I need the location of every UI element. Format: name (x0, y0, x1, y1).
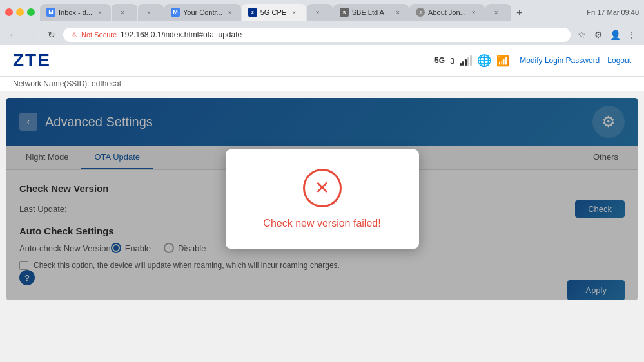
extensions-button[interactable]: ⚙ (591, 28, 605, 42)
datetime-display: Fri 17 Mar 09:40 (581, 8, 639, 16)
network-label: Network Name(SSID): (13, 79, 90, 88)
zte-logo: ZTE (13, 50, 51, 71)
modal-message-prefix: Check new version (263, 218, 353, 229)
tab-close-5gcpe[interactable]: × (289, 8, 298, 17)
browser-tab-blank4[interactable]: × (485, 4, 511, 21)
tab-close-blank2[interactable]: × (144, 8, 153, 17)
browser-tab-sbe[interactable]: S SBE Ltd A... × (333, 4, 409, 21)
menu-button[interactable]: ⋮ (625, 28, 639, 42)
modal-x-symbol: ✕ (315, 179, 329, 197)
network-info-bar: Network Name(SSID): edthecat (0, 77, 644, 91)
security-warning: ⚠ (71, 31, 77, 39)
tab-favicon-aboutjon: J (416, 8, 425, 17)
modal-overlay: ✕ Check new version failed! (6, 98, 638, 300)
signal-bar-1 (460, 63, 462, 66)
modify-password-link[interactable]: Modify Login Password (520, 56, 600, 65)
browser-tab-aboutjon[interactable]: J About Jon... × (409, 4, 485, 21)
browser-tab-blank2[interactable]: × (138, 4, 164, 21)
new-tab-button[interactable]: + (512, 5, 527, 21)
signal-bar-2 (462, 61, 464, 66)
title-bar: M Inbox - d... × × × M Your Contr... × Z… (0, 0, 644, 24)
logout-link[interactable]: Logout (607, 56, 631, 65)
tab-favicon-sbe: S (340, 8, 349, 17)
maximize-window-button[interactable] (27, 8, 35, 16)
modal-message: Check new version failed! (251, 218, 393, 229)
signal-5g-label: 5G (434, 56, 445, 65)
tab-label-inbox: Inbox - d... (59, 8, 92, 16)
tab-close-blank3[interactable]: × (313, 8, 322, 17)
network-name: edthecat (92, 79, 121, 88)
main-container: ‹ Advanced Settings ⚙ Night Mode OTA Upd… (6, 98, 638, 300)
tab-favicon-yourcontr: M (171, 8, 180, 17)
address-bar[interactable]: ⚠ Not Secure 192.168.0.1/index.html#ota_… (63, 28, 571, 42)
profile-button[interactable]: 👤 (608, 28, 622, 42)
tab-favicon-inbox: M (46, 8, 55, 17)
signal-area: 5G 3 🌐 📶 (434, 53, 509, 68)
minimize-window-button[interactable] (16, 8, 24, 16)
modal-error-icon: ✕ (303, 169, 342, 207)
signal-bar-3 (465, 59, 467, 66)
bookmark-button[interactable]: ☆ (574, 28, 589, 42)
url-text: 192.168.0.1/index.html#ota_update (121, 30, 242, 39)
browser-tab-blank3[interactable]: × (307, 4, 333, 21)
tab-close-yourcontr[interactable]: × (226, 8, 235, 17)
browser-tab-blank1[interactable]: × (112, 4, 137, 21)
modal-message-emphasis: failed! (353, 218, 381, 229)
tab-close-sbe[interactable]: × (393, 8, 402, 17)
tab-label-aboutjon: About Jon... (428, 8, 466, 16)
back-button[interactable]: ← (5, 27, 21, 43)
forward-button[interactable]: → (24, 27, 40, 43)
modal-dialog: ✕ Check new version failed! (226, 149, 419, 249)
page-content: ZTE 5G 3 🌐 📶 Modify Login Password Logou… (0, 45, 644, 346)
signal-bars (460, 55, 472, 66)
tab-close-aboutjon[interactable]: × (469, 8, 478, 17)
close-window-button[interactable] (5, 8, 13, 16)
header-links: Modify Login Password Logout (520, 56, 631, 65)
reload-button[interactable]: ↻ (44, 27, 59, 43)
tab-bar: M Inbox - d... × × × M Your Contr... × Z… (40, 4, 576, 21)
tab-label-yourcontr: Your Contr... (183, 8, 222, 16)
browser-tab-inbox[interactable]: M Inbox - d... × (40, 4, 111, 21)
browser-tab-5gcpe[interactable]: Z 5G CPE × (242, 4, 306, 21)
tab-close-inbox[interactable]: × (95, 8, 104, 17)
browser-tab-yourcontr[interactable]: M Your Contr... × (164, 4, 241, 21)
tab-close-blank1[interactable]: × (118, 8, 127, 17)
address-bar-row: ← → ↻ ⚠ Not Secure 192.168.0.1/index.htm… (0, 24, 644, 45)
tab-favicon-5gcpe: Z (248, 8, 257, 17)
browser-actions: ☆ ⚙ 👤 ⋮ (574, 28, 639, 42)
globe-icon: 🌐 (477, 53, 491, 68)
traffic-lights (5, 8, 35, 16)
tab-label-5gcpe: 5G CPE (260, 8, 286, 16)
header-right: 5G 3 🌐 📶 Modify Login Password Logout (434, 53, 631, 68)
signal-bar-4 (467, 57, 469, 66)
wifi-icon: 📶 (496, 55, 509, 67)
signal-number: 3 (450, 56, 454, 66)
zte-header: ZTE 5G 3 🌐 📶 Modify Login Password Logou… (0, 45, 644, 77)
tab-close-blank4[interactable]: × (492, 8, 501, 17)
not-secure-label: Not Secure (81, 31, 117, 39)
tab-label-sbe: SBE Ltd A... (352, 8, 390, 16)
browser-chrome: M Inbox - d... × × × M Your Contr... × Z… (0, 0, 644, 45)
signal-bar-5 (470, 55, 472, 66)
